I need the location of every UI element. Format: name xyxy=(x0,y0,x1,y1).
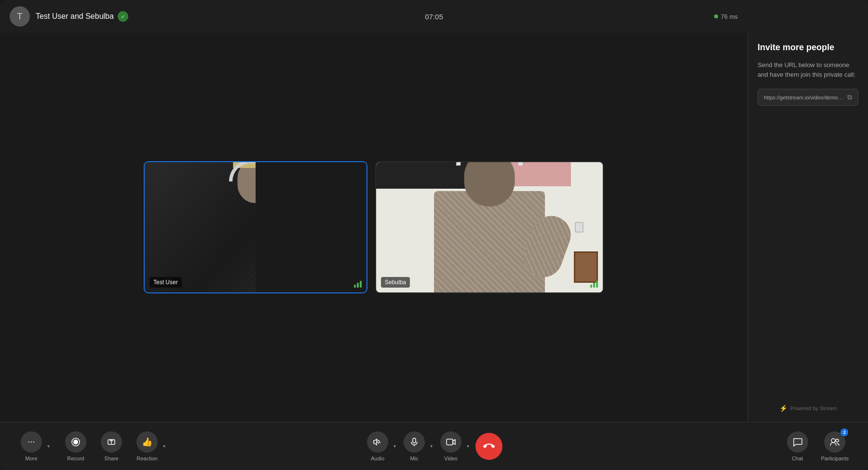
audio-arrow[interactable]: ▾ xyxy=(391,442,398,450)
video-bg-testuser xyxy=(145,162,366,292)
invite-url: https://getstream.io/video/demos/?id... xyxy=(764,95,843,100)
signal-icon-testuser xyxy=(354,280,362,288)
chat-label: Chat xyxy=(792,456,803,461)
video-tile-sebulba: Sebulba xyxy=(375,161,604,293)
svg-point-6 xyxy=(836,439,839,442)
name-badge-sebulba: Sebulba xyxy=(381,277,410,288)
record-icon xyxy=(65,431,86,453)
reaction-button[interactable]: 👍 Reaction xyxy=(135,431,159,461)
video-arrow[interactable]: ▾ xyxy=(464,442,472,450)
audio-label: Audio xyxy=(371,456,384,461)
signal-icon-sebulba xyxy=(590,280,598,288)
mic-button[interactable]: Mic xyxy=(402,431,426,461)
end-call-button[interactable] xyxy=(475,433,502,460)
share-icon xyxy=(101,431,122,453)
sidebar-description: Send the URL below to someone and have t… xyxy=(758,60,858,79)
call-timer: 07:05 xyxy=(425,13,443,21)
participants-label: Participants xyxy=(821,456,849,461)
participants-button[interactable]: 2 Participants xyxy=(821,431,849,461)
chat-icon xyxy=(787,431,808,453)
video-icon xyxy=(440,431,461,453)
call-title: Test User and Sebulba ✓ xyxy=(36,11,128,22)
mic-arrow[interactable]: ▾ xyxy=(427,442,435,450)
avatar: T xyxy=(10,6,30,27)
svg-rect-4 xyxy=(447,439,453,445)
audio-button[interactable]: Audio xyxy=(366,431,390,461)
video-label: Video xyxy=(444,456,458,461)
main-layout: Test User xyxy=(0,33,868,422)
sidebar-title: Invite more people xyxy=(758,42,858,53)
more-label: More xyxy=(25,456,37,461)
audio-control-wrapper: Audio ▾ xyxy=(366,431,398,461)
record-button[interactable]: Record xyxy=(64,431,88,461)
sidebar: Invite more people Send the URL below to… xyxy=(747,33,868,422)
video-inner-testuser: Test User xyxy=(145,162,366,292)
bottom-right-controls: Chat 2 Participants xyxy=(786,431,849,461)
record-label: Record xyxy=(67,456,84,461)
more-button[interactable]: ··· More xyxy=(19,431,43,461)
video-inner-sebulba: Sebulba xyxy=(376,162,603,292)
share-label: Share xyxy=(104,456,118,461)
mic-icon xyxy=(404,431,425,453)
copy-icon[interactable]: ⧉ xyxy=(847,93,852,101)
reaction-arrow[interactable]: ▾ xyxy=(160,442,168,450)
svg-rect-3 xyxy=(413,438,416,443)
video-control-wrapper: Video ▾ xyxy=(439,431,472,461)
reaction-label: Reaction xyxy=(136,456,157,461)
reaction-icon: 👍 xyxy=(136,431,158,453)
powered-by: ⚡ Powered by Stream xyxy=(758,404,858,412)
video-grid: Test User xyxy=(144,161,604,293)
bottom-left-controls: ··· More ▾ Record Share 👍 Reaction ▾ xyxy=(19,431,168,461)
video-button[interactable]: Video xyxy=(439,431,463,461)
video-bg-sebulba xyxy=(376,162,603,292)
network-indicator: 76 ms xyxy=(714,13,738,20)
more-arrow[interactable]: ▾ xyxy=(44,442,52,450)
svg-point-5 xyxy=(831,439,835,442)
video-tile-testuser: Test User xyxy=(144,161,367,293)
audio-icon xyxy=(367,431,388,453)
shield-icon: ✓ xyxy=(118,11,128,22)
top-bar: T Test User and Sebulba ✓ 07:05 76 ms xyxy=(0,0,868,33)
name-badge-testuser: Test User xyxy=(149,277,182,288)
bottom-center-controls: Audio ▾ Mic ▾ Video ▾ xyxy=(366,431,502,461)
bottom-bar: ··· More ▾ Record Share 👍 Reaction ▾ xyxy=(0,422,868,470)
network-dot xyxy=(714,14,718,18)
video-area: Test User xyxy=(0,33,747,422)
share-button[interactable]: Share xyxy=(99,431,123,461)
more-control-wrapper: ··· More ▾ xyxy=(19,431,52,461)
mic-control-wrapper: Mic ▾ xyxy=(402,431,435,461)
svg-point-1 xyxy=(73,440,78,444)
reaction-control-wrapper: 👍 Reaction ▾ xyxy=(135,431,168,461)
chat-button[interactable]: Chat xyxy=(786,431,810,461)
participants-badge: 2 xyxy=(841,429,848,436)
url-box[interactable]: https://getstream.io/video/demos/?id... … xyxy=(758,89,858,106)
participants-icon: 2 xyxy=(824,431,845,453)
more-icon: ··· xyxy=(21,431,42,453)
mic-label: Mic xyxy=(410,456,418,461)
